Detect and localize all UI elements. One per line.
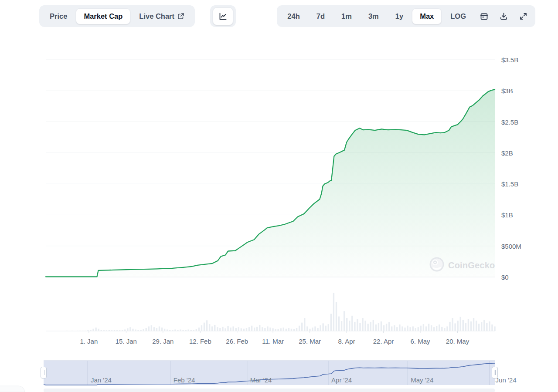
x-axis-tick: 11. Mar: [262, 338, 284, 345]
market-cap-chart-page: Price Market Cap Live Chart 24h 7d: [0, 0, 558, 392]
y-axis-tick: $1B: [501, 211, 513, 219]
x-axis-tick: 6. May: [411, 338, 430, 345]
navigator-left-handle[interactable]: [41, 367, 47, 378]
y-axis-tick: $2B: [501, 149, 513, 156]
navigator-month-label: Jun '24: [496, 376, 517, 384]
y-axis-tick: $0: [501, 274, 509, 281]
y-axis-tick: $2.5B: [501, 118, 518, 125]
x-axis-tick: 26. Feb: [226, 338, 248, 345]
x-axis-tick: 25. Mar: [299, 338, 321, 345]
navigator-selected-range[interactable]: [44, 361, 495, 385]
x-axis-tick: 15. Jan: [116, 338, 137, 345]
x-axis-tick: 22. Apr: [373, 338, 394, 345]
x-axis-tick: 20. May: [446, 338, 469, 345]
x-axis-tick: 1. Jan: [80, 338, 98, 345]
x-axis-tick: 29. Jan: [152, 338, 174, 345]
x-axis-tick: 8. Apr: [338, 338, 355, 345]
y-axis-tick: $3B: [501, 87, 513, 95]
navigator-right-handle[interactable]: [492, 367, 498, 378]
x-axis-tick: 12. Feb: [189, 338, 211, 345]
y-axis-tick: $3.5B: [501, 56, 518, 64]
y-axis-tick: $1.5B: [501, 180, 518, 188]
y-axis-tick: $500M: [501, 242, 521, 250]
chart-plot-area[interactable]: [46, 48, 495, 277]
